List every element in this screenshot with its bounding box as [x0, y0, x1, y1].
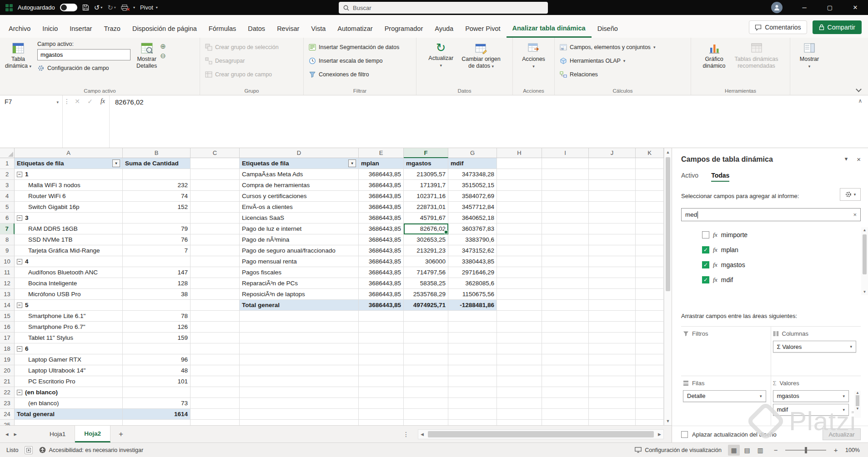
column-header-e[interactable]: E	[359, 148, 404, 158]
prev-sheet-arrow[interactable]: ◂	[0, 431, 14, 437]
cell-E3[interactable]: 3686443,85	[359, 180, 404, 191]
cell-A16[interactable]: Smartphone Pro 6.7"	[15, 322, 123, 333]
cell-B3[interactable]: 232	[123, 180, 191, 191]
cell-F2[interactable]: 213095,57	[404, 169, 448, 180]
cell-J5[interactable]	[589, 202, 636, 213]
column-header-g[interactable]: G	[448, 148, 497, 158]
ribbon-tab-power-pivot[interactable]: Power Pivot	[459, 20, 506, 38]
cell-A4[interactable]: Router WiFi 6	[15, 191, 123, 202]
cell-I12[interactable]	[542, 278, 589, 289]
cell-B16[interactable]: 126	[123, 322, 191, 333]
chip-dropdown-icon[interactable]: ▾	[850, 344, 852, 349]
cell-F20[interactable]	[404, 365, 448, 376]
cell-K22[interactable]	[636, 387, 664, 398]
user-avatar[interactable]	[771, 2, 783, 13]
row-header-10[interactable]: 10	[0, 256, 15, 267]
maximize-button[interactable]: ▢	[817, 0, 843, 15]
cell-D17[interactable]	[240, 333, 359, 343]
cell-C20[interactable]	[191, 365, 240, 376]
cell-E8[interactable]: 3686443,85	[359, 234, 404, 245]
cell-C13[interactable]	[191, 289, 240, 300]
cell-A22[interactable]: −(en blanco)	[15, 387, 123, 398]
cell-H25[interactable]	[497, 420, 542, 425]
cancel-entry-icon[interactable]: ✕	[71, 98, 84, 105]
cell-E4[interactable]: 3686443,85	[359, 191, 404, 202]
cell-G4[interactable]: 3584072,69	[448, 191, 497, 202]
cell-J17[interactable]	[589, 333, 636, 343]
cell-A5[interactable]: Switch Gigabit 16p	[15, 202, 123, 213]
cell-C6[interactable]	[191, 213, 240, 224]
cell-I18[interactable]	[542, 343, 589, 354]
cell-G14[interactable]: -1288481,86	[448, 300, 497, 311]
cell-C23[interactable]	[191, 398, 240, 409]
cell-J10[interactable]	[589, 256, 636, 267]
printer-status-icon[interactable]: ✕	[121, 5, 128, 11]
cell-G1[interactable]: mdif	[448, 158, 497, 169]
cell-E18[interactable]	[359, 343, 404, 354]
cell-B4[interactable]: 74	[123, 191, 191, 202]
cell-F5[interactable]: 228731,01	[404, 202, 448, 213]
cell-B21[interactable]: 101	[123, 376, 191, 387]
row-header-25[interactable]: 25	[0, 420, 15, 425]
cell-G2[interactable]: 3473348,28	[448, 169, 497, 180]
column-header-k[interactable]: K	[636, 148, 664, 158]
cell-F16[interactable]	[404, 322, 448, 333]
cell-A11[interactable]: Audífonos Bluetooth ANC	[15, 267, 123, 278]
cell-F17[interactable]	[404, 333, 448, 343]
cell-D23[interactable]	[240, 398, 359, 409]
cell-A6[interactable]: −3	[15, 213, 123, 224]
cell-D12[interactable]: ReparaciÃ³n de PCs	[240, 278, 359, 289]
cell-D15[interactable]	[240, 311, 359, 322]
collapse-formula-bar-icon[interactable]: ∧	[853, 95, 868, 148]
cell-F12[interactable]: 58358,25	[404, 278, 448, 289]
chip-dropdown-icon[interactable]: ▾	[843, 394, 845, 398]
cell-B11[interactable]: 147	[123, 267, 191, 278]
group-selection-button[interactable]: Crear grupo de selección	[203, 41, 281, 53]
cell-J13[interactable]	[589, 289, 636, 300]
cell-A24[interactable]: Total general	[15, 409, 123, 420]
cell-K4[interactable]	[636, 191, 664, 202]
row-header-20[interactable]: 20	[0, 365, 15, 376]
column-header-b[interactable]: B	[123, 148, 191, 158]
cell-G10[interactable]: 3380443,85	[448, 256, 497, 267]
sheet-tab-hoja1[interactable]: Hoja1	[40, 426, 75, 442]
cell-C8[interactable]	[191, 234, 240, 245]
cell-G9[interactable]: 3473152,62	[448, 245, 497, 256]
pane-tab-todas[interactable]: Todas	[711, 172, 729, 182]
cell-K2[interactable]	[636, 169, 664, 180]
ribbon-tab-insertar[interactable]: Insertar	[64, 20, 98, 38]
cell-J19[interactable]	[589, 354, 636, 365]
filter-connections-button[interactable]: Conexiones de filtro	[306, 69, 401, 80]
cell-C17[interactable]	[191, 333, 240, 343]
cell-G22[interactable]	[448, 387, 497, 398]
cell-B13[interactable]: 38	[123, 289, 191, 300]
cell-E1[interactable]: mplan	[359, 158, 404, 169]
cell-H6[interactable]	[497, 213, 542, 224]
cell-C1[interactable]	[191, 158, 240, 169]
cell-G17[interactable]	[448, 333, 497, 343]
cell-K9[interactable]	[636, 245, 664, 256]
cell-B2[interactable]	[123, 169, 191, 180]
cell-C16[interactable]	[191, 322, 240, 333]
collapse-group-button[interactable]: −	[17, 346, 22, 352]
minimize-button[interactable]: ─	[792, 0, 817, 15]
cell-G19[interactable]	[448, 354, 497, 365]
cell-H4[interactable]	[497, 191, 542, 202]
ungroup-button[interactable]: Desagrupar	[203, 55, 281, 67]
cell-E25[interactable]	[359, 420, 404, 425]
cell-D20[interactable]	[240, 365, 359, 376]
cell-K17[interactable]	[636, 333, 664, 343]
column-header-i[interactable]: I	[542, 148, 589, 158]
cell-B6[interactable]	[123, 213, 191, 224]
cell-J15[interactable]	[589, 311, 636, 322]
vertical-scroll-thumb[interactable]	[666, 157, 670, 291]
row-header-22[interactable]: 22	[0, 387, 15, 398]
ribbon-tab-inicio[interactable]: Inicio	[36, 20, 64, 38]
cell-E5[interactable]: 3686443,85	[359, 202, 404, 213]
cell-D25[interactable]	[240, 420, 359, 425]
row-labels-filter-dropdown[interactable]: ▾	[112, 159, 120, 167]
cell-E17[interactable]	[359, 333, 404, 343]
row-header-4[interactable]: 4	[0, 191, 15, 202]
cell-C9[interactable]	[191, 245, 240, 256]
cell-D2[interactable]: CampaÃ±as Meta Ads	[240, 169, 359, 180]
